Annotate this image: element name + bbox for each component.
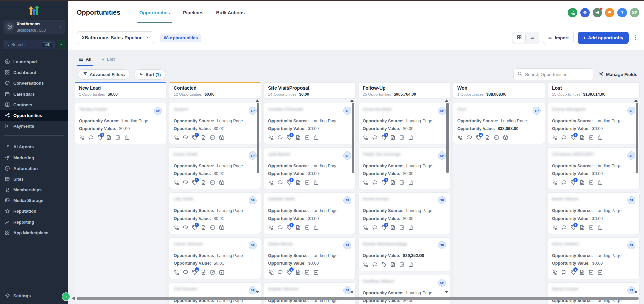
appointment-button[interactable]: [313, 269, 319, 275]
opportunity-card[interactable]: Tod ShearerSPOpportunity Source:Landing …: [169, 282, 261, 304]
appointment-button[interactable]: [408, 262, 414, 267]
tab-pipelines[interactable]: Pipelines: [183, 0, 203, 25]
tab-all[interactable]: All: [78, 57, 97, 66]
tasks-button[interactable]: [588, 225, 594, 230]
appointment-button[interactable]: [597, 225, 603, 230]
message-button[interactable]: [561, 269, 567, 275]
assignee-avatar[interactable]: SP: [343, 196, 351, 204]
tags-button[interactable]: 1: [286, 135, 292, 140]
call-button[interactable]: [268, 135, 274, 140]
appointment-button[interactable]: [408, 135, 414, 140]
opportunity-card[interactable]: Annelie O'DonnellSPOpportunity Source:La…: [264, 103, 356, 144]
tab-bulk-actions[interactable]: Bulk Actions: [216, 0, 245, 25]
message-button[interactable]: [372, 135, 378, 140]
grid-view-button[interactable]: [513, 33, 526, 43]
column-scroll-up-arrow[interactable]: [256, 99, 259, 102]
call-button[interactable]: [268, 225, 274, 230]
column-scroll-up-arrow[interactable]: [350, 99, 354, 102]
sidebar-item-dashboard[interactable]: Dashboard: [0, 67, 68, 78]
column-scrollbar-thumb[interactable]: [257, 103, 259, 173]
tags-button[interactable]: 1: [570, 225, 576, 230]
call-button[interactable]: [363, 225, 368, 230]
sidebar-item-contacts[interactable]: Contacts: [0, 99, 68, 110]
call-button[interactable]: [174, 269, 179, 275]
message-button[interactable]: [561, 225, 567, 230]
message-button[interactable]: [466, 135, 472, 140]
assignee-avatar[interactable]: SP: [627, 196, 635, 204]
assignee-avatar[interactable]: SP: [627, 107, 635, 115]
sidebar-item-launchpad[interactable]: Launchpad: [0, 56, 68, 67]
tags-button[interactable]: 4: [476, 135, 481, 140]
documents-button[interactable]: [295, 269, 301, 275]
tags-button[interactable]: 1: [192, 180, 197, 185]
tags-button[interactable]: 1: [381, 225, 387, 230]
documents-button[interactable]: [201, 135, 206, 140]
sidebar-item-calendars[interactable]: Calendars: [0, 88, 68, 99]
tasks-button[interactable]: [399, 225, 405, 230]
assignee-avatar[interactable]: SP: [438, 196, 446, 204]
opportunity-card[interactable]: Diane MoranSPOpportunity Source:Landing …: [264, 237, 356, 279]
account-switcher[interactable]: Xbathrooms Broadbeach , QLD: [3, 20, 65, 34]
message-button[interactable]: [277, 269, 283, 275]
tasks-button[interactable]: [304, 180, 310, 185]
call-button[interactable]: [552, 225, 558, 230]
tags-button[interactable]: 1: [570, 135, 576, 140]
message-button[interactable]: [372, 262, 378, 267]
tasks-button[interactable]: [588, 269, 594, 275]
tab-add-list[interactable]: + List: [97, 57, 120, 66]
message-button[interactable]: [372, 225, 378, 230]
assignee-avatar[interactable]: SP: [249, 196, 257, 204]
tasks-button[interactable]: [399, 262, 405, 267]
opportunity-card[interactable]: Lilly SmithSPOpportunity Source:Landing …: [169, 192, 261, 234]
sidebar-item-marketing[interactable]: Marketing: [0, 152, 68, 163]
opportunity-card[interactable]: Nuwan BambarendageSPOpportunity Value:$2…: [358, 237, 450, 271]
opportunity-card[interactable]: Maria CooperSPOpportunity Source:Landing…: [548, 282, 640, 304]
assignee-avatar[interactable]: SP: [438, 107, 446, 115]
tags-button[interactable]: 1: [286, 180, 292, 185]
message-button[interactable]: [372, 180, 378, 185]
opportunity-card[interactable]: Christena GREGORYSPOpportunity Source:La…: [548, 147, 640, 189]
sidebar-search-input[interactable]: Search ctrlK: [3, 40, 55, 49]
opportunity-card[interactable]: Tamara ParkerSPOpportunity Source:Landin…: [75, 103, 166, 144]
assignee-avatar[interactable]: SP: [533, 107, 541, 115]
call-button[interactable]: [363, 180, 368, 185]
add-opportunity-button[interactable]: + Add opportunity: [578, 32, 629, 44]
documents-button[interactable]: [201, 180, 206, 185]
column-scrollbar-thumb[interactable]: [352, 103, 354, 173]
sidebar-item-media-storage[interactable]: Media Storage: [0, 195, 68, 206]
documents-button[interactable]: [390, 135, 396, 140]
tab-opportunities[interactable]: Opportunities: [139, 0, 170, 25]
sidebar-item-payments[interactable]: Payments: [0, 121, 68, 131]
tasks-button[interactable]: [399, 180, 405, 185]
documents-button[interactable]: [579, 269, 585, 275]
message-button[interactable]: [561, 180, 567, 185]
documents-button[interactable]: [106, 135, 112, 140]
column-scrollbar-thumb[interactable]: [446, 103, 449, 173]
sidebar-item-reputation[interactable]: Reputation: [0, 206, 68, 217]
documents-button[interactable]: [201, 225, 206, 230]
tags-button[interactable]: 1: [570, 269, 576, 275]
message-button[interactable]: [183, 225, 188, 230]
column-scroll-down-arrow[interactable]: [634, 291, 638, 293]
pipeline-select[interactable]: XBathrooms Sales Pipeline: [77, 31, 154, 44]
hscroll-left-arrow[interactable]: [72, 297, 75, 300]
horizontal-scrollbar[interactable]: [77, 297, 639, 300]
tags-button[interactable]: 1: [381, 180, 387, 185]
appointment-button[interactable]: [219, 180, 225, 185]
appointment-button[interactable]: [219, 269, 225, 275]
search-opportunities-input[interactable]: Search Opportunities: [513, 68, 593, 80]
bell-icon[interactable]: [605, 8, 614, 17]
message-button[interactable]: [277, 225, 283, 230]
sidebar-item-conversations[interactable]: Conversations: [0, 78, 68, 88]
opportunity-card[interactable]: Kerry UmbersSPOpportunity Source:Landing…: [548, 237, 640, 279]
appointment-button[interactable]: [597, 135, 603, 140]
sidebar-item-ai-agents[interactable]: AI Agents: [0, 141, 68, 152]
opportunity-card[interactable]: Jodi BarrierSPOpportunity Source:Landing…: [264, 147, 356, 189]
documents-button[interactable]: [390, 225, 396, 230]
tags-button[interactable]: 1: [381, 135, 387, 140]
opportunity-card[interactable]: Isabelle WellsSPOpportunity Source:Landi…: [264, 192, 356, 234]
call-button[interactable]: [79, 135, 85, 140]
tasks-button[interactable]: [304, 135, 310, 140]
appointment-button[interactable]: [597, 269, 603, 275]
assignee-avatar[interactable]: SP: [627, 151, 635, 160]
